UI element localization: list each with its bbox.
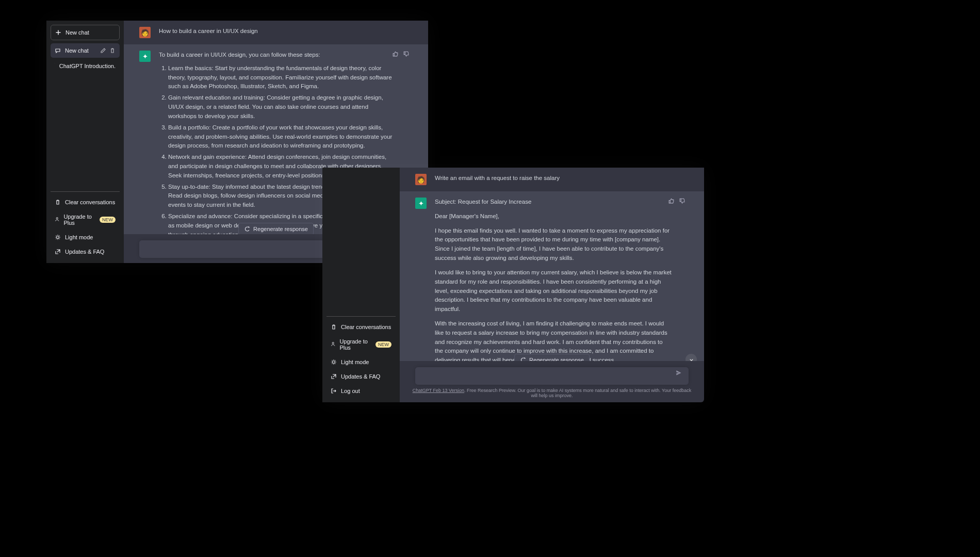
send-button[interactable] xyxy=(675,369,682,376)
assistant-text: Subject: Request for Salary Increase Dea… xyxy=(435,198,672,355)
trash-icon[interactable] xyxy=(109,47,116,54)
sun-icon xyxy=(331,359,337,365)
logout-button[interactable]: Log out xyxy=(326,384,396,398)
user-avatar: 🧑 xyxy=(139,27,151,38)
clear-conversations-button[interactable]: Clear conversations xyxy=(51,195,120,209)
feedback-buttons xyxy=(668,198,685,204)
new-badge: NEW xyxy=(100,217,116,223)
chat-icon xyxy=(55,63,55,69)
user-icon xyxy=(55,217,59,223)
label: Upgrade to Plus xyxy=(339,338,371,351)
chat-item-label: New chat xyxy=(65,47,89,54)
user-text: Write an email with a request to raise t… xyxy=(435,174,672,185)
input-area xyxy=(400,361,704,386)
external-icon xyxy=(331,373,337,380)
trash-icon xyxy=(55,199,61,205)
light-mode-button[interactable]: Light mode xyxy=(51,230,120,244)
assistant-subject: Subject: Request for Salary Increase xyxy=(435,198,672,207)
version-link[interactable]: ChatGPT Feb 13 Version xyxy=(413,388,464,393)
light-mode-button[interactable]: Light mode xyxy=(326,355,396,369)
sidebar-chat-item-active[interactable]: New chat xyxy=(51,43,120,58)
clear-conversations-button[interactable]: Clear conversations xyxy=(326,320,396,334)
label: Regenerate response xyxy=(253,226,308,232)
user-avatar: 🧑 xyxy=(415,174,427,185)
assistant-step: Gain relevant education and training: Co… xyxy=(168,93,396,121)
thumbs-down-icon[interactable] xyxy=(403,51,410,57)
new-chat-label: New chat xyxy=(66,29,89,36)
main-panel: 🧑 Write an email with a request to raise… xyxy=(400,168,704,402)
assistant-paragraph: I would like to bring to your attention … xyxy=(435,268,672,314)
refresh-icon xyxy=(244,226,250,232)
assistant-step: Build a portfolio: Create a portfolio of… xyxy=(168,123,396,151)
sidebar-bottom: Clear conversations Upgrade to Plus NEW … xyxy=(51,191,120,259)
footer-rest: . Free Research Preview. Our goal is to … xyxy=(464,388,691,398)
footer-text: ChatGPT Feb 13 Version. Free Research Pr… xyxy=(400,386,704,402)
edit-icon[interactable] xyxy=(100,47,106,54)
assistant-avatar: ✦ xyxy=(415,198,427,209)
external-icon xyxy=(55,249,61,255)
thumbs-up-icon[interactable] xyxy=(392,51,399,57)
faq-button[interactable]: Updates & FAQ xyxy=(326,369,396,384)
label: Clear conversations xyxy=(341,324,391,330)
thumbs-down-icon[interactable] xyxy=(679,198,685,204)
sidebar-chat-item[interactable]: ChatGPT Introduction. xyxy=(51,59,120,73)
sun-icon xyxy=(55,234,61,240)
chat-item-label: ChatGPT Introduction. xyxy=(59,63,116,69)
sidebar-bottom: Clear conversations Upgrade to Plus NEW … xyxy=(326,316,396,398)
new-badge: NEW xyxy=(375,341,391,348)
upgrade-button[interactable]: Upgrade to Plus NEW xyxy=(51,209,120,230)
label: Updates & FAQ xyxy=(65,249,104,255)
regenerate-button[interactable]: Regenerate response xyxy=(238,223,314,235)
trash-icon xyxy=(331,324,337,330)
assistant-paragraph: Dear [Manager's Name], xyxy=(435,212,672,221)
user-text: How to build a career in UI/UX design xyxy=(159,27,396,38)
label: Light mode xyxy=(341,359,369,365)
assistant-intro: To build a career in UI/UX design, you c… xyxy=(159,51,396,60)
chatgpt-window-b: Clear conversations Upgrade to Plus NEW … xyxy=(322,168,704,402)
assistant-step: Learn the basics: Start by understanding… xyxy=(168,64,396,91)
feedback-buttons xyxy=(392,51,410,57)
logout-icon xyxy=(331,388,337,394)
new-chat-button[interactable]: New chat xyxy=(51,25,120,40)
label: Log out xyxy=(341,388,360,394)
label: Light mode xyxy=(65,234,93,240)
label: Upgrade to Plus xyxy=(63,214,95,226)
upgrade-button[interactable]: Upgrade to Plus NEW xyxy=(326,334,396,355)
assistant-paragraph: I hope this email finds you well. I want… xyxy=(435,226,672,263)
label: Clear conversations xyxy=(65,199,115,205)
plus-icon xyxy=(55,29,61,36)
user-message: 🧑 Write an email with a request to raise… xyxy=(400,168,704,191)
faq-button[interactable]: Updates & FAQ xyxy=(51,244,120,259)
label: Updates & FAQ xyxy=(341,373,380,380)
assistant-avatar: ✦ xyxy=(139,51,151,62)
user-icon xyxy=(331,341,335,348)
sidebar: Clear conversations Upgrade to Plus NEW … xyxy=(322,168,400,402)
chat-icon xyxy=(55,47,61,54)
chat-input[interactable] xyxy=(415,367,689,385)
user-message: 🧑 How to build a career in UI/UX design xyxy=(124,21,428,44)
thumbs-up-icon[interactable] xyxy=(668,198,675,204)
sidebar: New chat New chat ChatGPT Introduction. … xyxy=(46,21,124,263)
assistant-message: ✦ Subject: Request for Salary Increase D… xyxy=(400,191,704,361)
